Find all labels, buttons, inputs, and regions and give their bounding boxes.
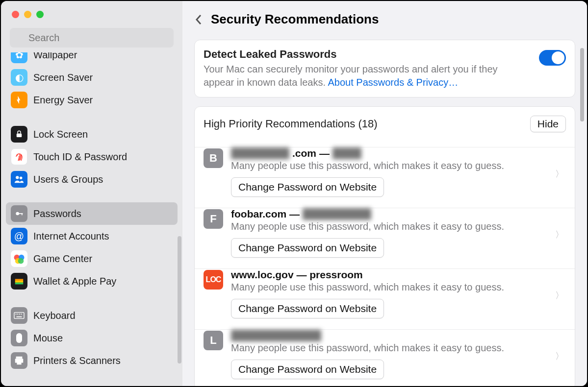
sidebar-item-label: Keyboard <box>33 310 76 321</box>
svg-rect-19 <box>21 314 22 314</box>
minimize-window-button[interactable] <box>24 11 31 18</box>
screen-saver-icon: ◐ <box>11 69 27 86</box>
search-input[interactable] <box>10 28 174 48</box>
sidebar-item-passwords[interactable]: Passwords <box>6 202 178 225</box>
content-scroll: Detect Leaked Passwords Your Mac can sec… <box>182 40 587 386</box>
hide-button[interactable]: Hide <box>530 116 566 132</box>
sidebar-item-energy-saver[interactable]: Energy Saver <box>6 89 178 111</box>
svg-rect-18 <box>19 314 20 314</box>
sidebar-item-wallet[interactable]: Wallet & Apple Pay <box>6 270 178 292</box>
recommendation-desc: Many people use this password, which mak… <box>231 282 566 293</box>
lock-screen-icon <box>11 126 27 143</box>
sidebar-item-label: Screen Saver <box>33 72 93 83</box>
recommendations-card: High Priority Recommendations (18) Hide … <box>194 106 575 386</box>
recommendation-row[interactable]: LOC www.loc.gov — pressroom Many people … <box>195 268 575 329</box>
chevron-right-icon: 〉 <box>555 290 564 301</box>
change-password-button[interactable]: Change Password on Website <box>231 177 384 197</box>
sidebar: ✿ Wallpaper ◐ Screen Saver Energy Saver … <box>1 1 182 386</box>
recommendation-row[interactable]: F foobar.com — ███ ██████ Many people us… <box>195 208 575 268</box>
change-password-button[interactable]: Change Password on Website <box>231 360 384 379</box>
keyboard-icon <box>11 307 27 324</box>
chevron-right-icon: 〉 <box>555 168 564 180</box>
svg-rect-17 <box>17 314 18 314</box>
recommendation-row[interactable]: L ██████ ██████ Many people use this pas… <box>195 329 575 386</box>
sidebar-item-label: Game Center <box>33 253 92 265</box>
sidebar-item-game-center[interactable]: Game Center <box>6 247 178 270</box>
sidebar-item-label: Wallpaper <box>33 52 77 61</box>
energy-saver-icon <box>11 92 27 108</box>
sidebar-item-screen-saver[interactable]: ◐ Screen Saver <box>6 66 178 89</box>
sidebar-item-keyboard[interactable]: Keyboard <box>6 304 178 327</box>
recommendations-title: High Priority Recommendations (18) <box>204 118 378 130</box>
change-password-button[interactable]: Change Password on Website <box>231 299 384 318</box>
close-window-button[interactable] <box>12 11 19 18</box>
fullscreen-window-button[interactable] <box>36 11 44 18</box>
change-password-button[interactable]: Change Password on Website <box>231 238 384 258</box>
recommendation-site: ████████ .com — ████ <box>231 147 566 159</box>
sidebar-item-printers[interactable]: Printers & Scanners <box>6 349 178 372</box>
svg-rect-16 <box>16 314 17 314</box>
recommendation-body: foobar.com — ███ ██████ Many people use … <box>231 208 566 258</box>
settings-window: ✿ Wallpaper ◐ Screen Saver Energy Saver … <box>1 1 587 386</box>
chevron-right-icon: 〉 <box>555 229 564 241</box>
sidebar-scrollbar[interactable] <box>178 236 181 363</box>
about-passwords-link[interactable]: About Passwords & Privacy… <box>328 77 459 88</box>
svg-point-4 <box>20 177 22 180</box>
site-favicon-letter: B <box>204 148 223 168</box>
recommendations-header: High Priority Recommendations (18) Hide <box>195 107 575 147</box>
site-suffix: .com — <box>292 147 330 159</box>
sidebar-item-label: Lock Screen <box>33 129 88 140</box>
sidebar-item-internet-accounts[interactable]: @ Internet Accounts <box>6 225 178 247</box>
recommendation-site: foobar.com — ███ ██████ <box>231 208 566 220</box>
detect-description: Your Mac can securely monitor your passw… <box>204 63 529 89</box>
page-title: Security Recommendations <box>211 12 379 27</box>
sidebar-item-label: Passwords <box>33 208 81 219</box>
printers-icon <box>11 352 27 369</box>
svg-rect-7 <box>22 213 23 215</box>
redacted-text: ████████ <box>231 147 289 159</box>
svg-rect-13 <box>15 281 24 283</box>
recommendation-site: www.loc.gov — pressroom <box>231 269 566 281</box>
sidebar-list: ✿ Wallpaper ◐ Screen Saver Energy Saver … <box>1 52 182 386</box>
svg-rect-2 <box>17 134 22 138</box>
detect-leaked-card: Detect Leaked Passwords Your Mac can sec… <box>194 40 575 97</box>
redacted-text: ████ <box>332 147 362 159</box>
sidebar-item-label: Mouse <box>33 333 63 344</box>
mouse-icon <box>11 330 27 346</box>
touch-id-icon <box>11 148 27 165</box>
sidebar-item-label: Internet Accounts <box>33 231 109 242</box>
recommendation-body: www.loc.gov — pressroom Many people use … <box>231 269 566 318</box>
sidebar-item-touch-id[interactable]: Touch ID & Password <box>6 145 178 168</box>
back-button[interactable] <box>191 12 206 27</box>
site-text: foobar.com — <box>231 208 300 220</box>
sidebar-item-wallpaper[interactable]: ✿ Wallpaper <box>6 52 178 66</box>
recommendation-site: ██████ ██████ <box>231 330 566 341</box>
svg-rect-22 <box>16 357 23 359</box>
sidebar-item-lock-screen[interactable]: Lock Screen <box>6 123 178 145</box>
detect-text: Detect Leaked Passwords Your Mac can sec… <box>204 48 529 89</box>
svg-rect-20 <box>17 316 22 317</box>
redacted-text: ███ ██████ <box>303 208 371 220</box>
recommendation-body: ██████ ██████ Many people use this passw… <box>231 330 566 379</box>
wallet-icon <box>11 273 27 290</box>
recommendation-row[interactable]: B ████████ .com — ████ Many people use t… <box>195 147 575 208</box>
sidebar-item-mouse[interactable]: Mouse <box>6 327 178 349</box>
svg-point-3 <box>16 176 19 179</box>
internet-accounts-icon: @ <box>11 228 27 244</box>
chevron-right-icon: 〉 <box>555 350 564 362</box>
svg-rect-21 <box>16 333 22 343</box>
svg-rect-14 <box>15 283 24 285</box>
recommendation-desc: Many people use this password, which mak… <box>231 342 566 354</box>
recommendation-desc: Many people use this password, which mak… <box>231 221 566 232</box>
svg-point-11 <box>18 258 24 264</box>
chevron-left-icon <box>195 14 203 25</box>
svg-point-5 <box>16 212 19 216</box>
sidebar-item-users-groups[interactable]: Users & Groups <box>6 168 178 191</box>
wallpaper-icon: ✿ <box>11 52 27 63</box>
detect-toggle[interactable] <box>539 50 566 66</box>
recommendation-desc: Many people use this password, which mak… <box>231 160 566 171</box>
recommendation-body: ████████ .com — ████ Many people use thi… <box>231 147 566 197</box>
detect-title: Detect Leaked Passwords <box>204 48 529 61</box>
main-scrollbar[interactable] <box>580 48 584 121</box>
site-favicon-letter: F <box>204 209 223 229</box>
